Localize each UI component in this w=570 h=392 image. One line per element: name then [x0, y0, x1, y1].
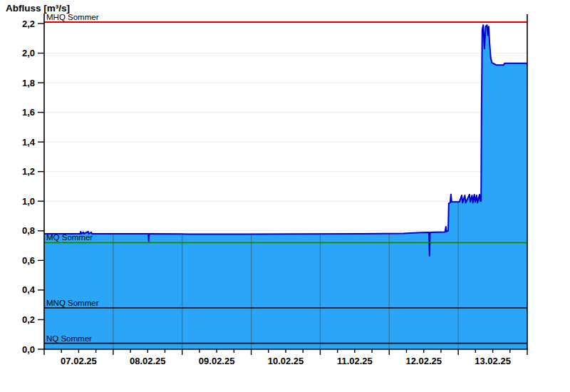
- x-date-label: 10.02.25: [268, 356, 304, 366]
- y-tick-label: 0,8: [22, 225, 35, 236]
- y-tick-label: 1,2: [22, 166, 35, 177]
- y-tick-label: 1,8: [22, 78, 35, 88]
- y-tick-label: 0,6: [22, 255, 35, 266]
- discharge-area: [44, 25, 527, 349]
- x-date-label: 08.02.25: [130, 356, 166, 366]
- y-tick-labels: 0,00,20,40,60,81,01,21,41,61,82,02,2: [22, 19, 44, 355]
- y-tick-label: 0,4: [22, 284, 36, 295]
- reference-line-mhq-sommer: MHQ Sommer: [44, 13, 527, 22]
- discharge-chart: MHQ SommerMQ SommerMNQ SommerNQ Sommer0,…: [0, 0, 570, 392]
- x-date-label: 09.02.25: [199, 356, 235, 366]
- x-date-label: 13.02.25: [475, 356, 511, 366]
- reference-line-label: MQ Sommer: [46, 233, 93, 242]
- x-tick-labels: 07.02.2508.02.2509.02.2510.02.2511.02.25…: [44, 349, 527, 366]
- y-tick-label: 1,4: [22, 137, 36, 148]
- chart-title: Abfluss [m³/s]: [6, 3, 70, 14]
- reference-line-label: NQ Sommer: [46, 334, 92, 343]
- y-tick-label: 0,0: [22, 344, 35, 355]
- reference-line-label: MNQ Sommer: [46, 299, 99, 307]
- y-tick-label: 1,6: [22, 107, 35, 118]
- y-tick-label: 0,2: [22, 314, 35, 325]
- chart-canvas: MHQ SommerMQ SommerMNQ SommerNQ Sommer0,…: [0, 0, 570, 392]
- x-date-label: 07.02.25: [61, 356, 97, 366]
- y-tick-label: 2,2: [22, 19, 35, 29]
- y-tick-label: 2,0: [22, 48, 35, 58]
- x-date-label: 11.02.25: [337, 356, 373, 366]
- reference-line-label: MHQ Sommer: [46, 13, 99, 21]
- x-date-label: 12.02.25: [405, 356, 442, 366]
- y-tick-label: 1,0: [22, 196, 35, 207]
